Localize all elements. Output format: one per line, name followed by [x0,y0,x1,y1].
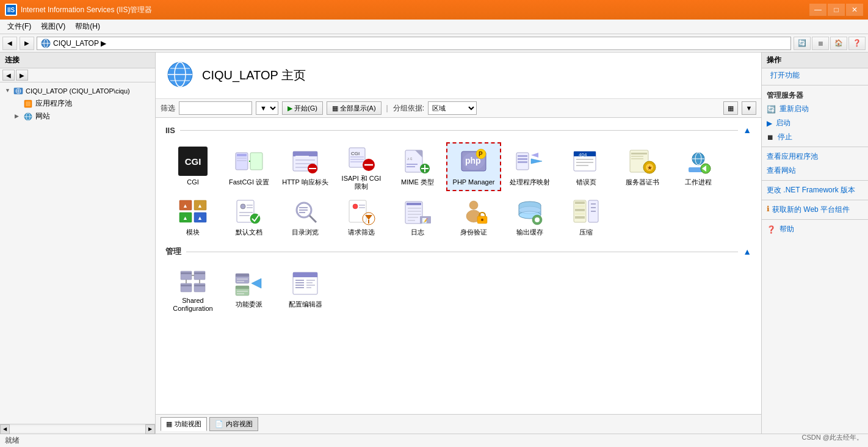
action-restart[interactable]: 🔄 重新启动 [762,102,868,116]
feature-logging[interactable]: 📝 日志 [390,192,445,241]
feature-cgi[interactable]: CGI CGI [165,142,220,191]
minimize-button[interactable]: — [809,4,826,16]
hscroll-right[interactable]: ▶ [145,424,155,434]
server-cert-label: 服务器证书 [626,178,659,186]
action-get-web-platform[interactable]: ℹ 获取新的 Web 平台组件 [762,203,868,217]
feature-request-filter[interactable]: 请求筛选 [334,192,389,241]
feature-server-cert[interactable]: ★ 服务器证书 [615,142,670,191]
tree-expand-apppools [15,100,22,107]
address-input[interactable]: CIQU_LATOP ▶ [37,37,791,50]
main-layout: 连接 ◀ ▶ ▼ CIQU_LATOP (CIQU_LATOP\ciqu) [0,53,868,434]
svg-text:P: P [479,151,483,158]
menu-view[interactable]: 视图(V) [36,20,70,33]
action-view-app-pools[interactable]: 查看应用程序池 [762,150,868,164]
feature-auth[interactable]: 身份验证 [446,192,501,241]
svg-rect-39 [350,161,364,162]
groupby-dropdown[interactable]: 区域 [428,101,477,115]
svg-rect-130 [575,205,585,208]
feature-view-icon: ▦ [166,420,172,428]
filter-dropdown[interactable]: ▼ [256,101,278,115]
tree-item-sites[interactable]: ▶ 网站 [0,110,155,123]
status-bar: 就绪 [0,434,868,447]
left-panel-hscroll: ◀ ▶ [0,424,155,434]
tree-server-label: CIQU_LATOP (CIQU_LATOP\ciqu) [26,87,130,95]
action-change-dotnet[interactable]: 更改 .NET Framework 版本 [762,183,868,197]
isapi-cgi-label: ISAPI 和 CGI 限制 [338,175,385,191]
svg-rect-25 [250,153,262,170]
feature-delegate-label: 功能委派 [236,300,262,308]
view-dropdown-button[interactable]: ▼ [742,101,756,115]
forward-button[interactable]: ▶ [20,37,34,50]
tree-expand-server: ▼ [5,87,12,95]
management-section-collapse[interactable]: ▲ [743,247,751,256]
action-help[interactable]: ❓ 帮助 [762,222,868,236]
back-button[interactable]: ◀ [2,37,17,50]
feature-handler-mappings[interactable]: 处理程序映射 [502,142,557,191]
feature-isapi-cgi[interactable]: CGI ISAPI 和 CGI 限制 [334,142,389,191]
management-icons-grid: SharedConfiguration [161,262,756,316]
feature-compress[interactable]: 压缩 [559,192,613,241]
svg-point-125 [519,206,541,214]
start-button[interactable]: ▶ 开始(G) [282,101,323,115]
warning-icon: ℹ [767,205,770,213]
conn-back-btn[interactable]: ◀ [2,70,15,81]
addr-help-button[interactable]: ❓ [848,37,866,50]
get-web-platform-label: 获取新的 Web 平台组件 [772,205,850,215]
mime-icon: ♪♫ [403,147,432,176]
svg-rect-108 [407,203,421,205]
svg-rect-129 [575,202,585,204]
dir-browsing-label: 目录浏览 [292,228,319,236]
groupby-label: 分组依据: [393,103,424,114]
iis-section-header: IIS ▲ [161,123,756,137]
menu-help[interactable]: 帮助(H) [70,20,105,33]
view-toggle-button[interactable]: ▦ [723,101,738,115]
content-title: CIQU_LATOP 主页 [202,67,306,84]
menu-file[interactable]: 文件(F) [2,20,36,33]
fastcgi-label: FastCGI 设置 [229,178,269,186]
action-start[interactable]: ▶ 启动 [762,116,868,130]
home-button[interactable]: 🏠 [830,37,847,50]
connections-title: 连接 [5,55,20,65]
management-section-header: 管理 ▲ [161,244,756,260]
auth-label: 身份验证 [460,228,487,236]
svg-rect-162 [295,285,304,286]
feature-error-pages[interactable]: 404 错误页 [559,142,613,191]
svg-rect-38 [350,159,364,160]
tree-item-apppools[interactable]: 应用程序池 [0,97,155,110]
feature-mime[interactable]: ♪♫ MIME 类型 [390,142,445,191]
feature-php-manager[interactable]: php P PHP Manager [446,142,501,191]
feature-fastcgi[interactable]: FastCGI 设置 [222,142,277,191]
svg-rect-141 [194,272,205,274]
close-button[interactable]: ✕ [846,4,863,16]
show-all-label: 全部显示(A) [340,104,376,113]
hscroll-track[interactable] [10,426,145,432]
action-stop[interactable]: ⏹ 停止 [762,130,868,144]
feature-shared-config[interactable]: SharedConfiguration [165,264,220,313]
feature-default-doc[interactable]: 默认文档 [222,192,277,241]
show-all-button[interactable]: ▦ 全部显示(A) [327,101,382,115]
feature-http-headers[interactable]: HTTP 响应标头 [278,142,333,191]
svg-rect-64 [576,159,593,160]
feature-delegate[interactable]: 功能委派 [222,264,277,313]
feature-worker-process[interactable]: 工作进程 [671,142,726,191]
tab-content-view[interactable]: 📄 内容视图 [209,417,258,431]
iis-section-collapse[interactable]: ▲ [743,125,751,135]
svg-rect-131 [575,209,585,211]
feature-config-editor[interactable]: 配置编辑器 [278,264,333,313]
config-editor-icon [291,269,320,298]
maximize-button[interactable]: □ [828,4,845,16]
refresh-button[interactable]: 🔄 [794,37,811,50]
svg-marker-153 [251,278,261,288]
feature-dir-browsing[interactable]: 目录浏览 [278,192,333,241]
hscroll-left[interactable]: ◀ [0,424,10,434]
feature-modules[interactable]: ▲ ▲ ▲ ▲ 模块 [165,192,220,241]
tab-feature-view[interactable]: ▦ 功能视图 [161,417,207,431]
filter-input[interactable] [179,101,252,115]
stop-button[interactable]: ⏹ [812,37,829,50]
conn-forward-btn[interactable]: ▶ [16,70,28,81]
feature-output-cache[interactable]: 输出缓存 [502,192,557,241]
action-view-sites[interactable]: 查看网站 [762,164,868,178]
action-open-feature[interactable]: 打开功能 [762,68,868,82]
tree-item-server[interactable]: ▼ CIQU_LATOP (CIQU_LATOP\ciqu) [0,85,155,97]
stop-action-icon: ⏹ [767,133,774,142]
